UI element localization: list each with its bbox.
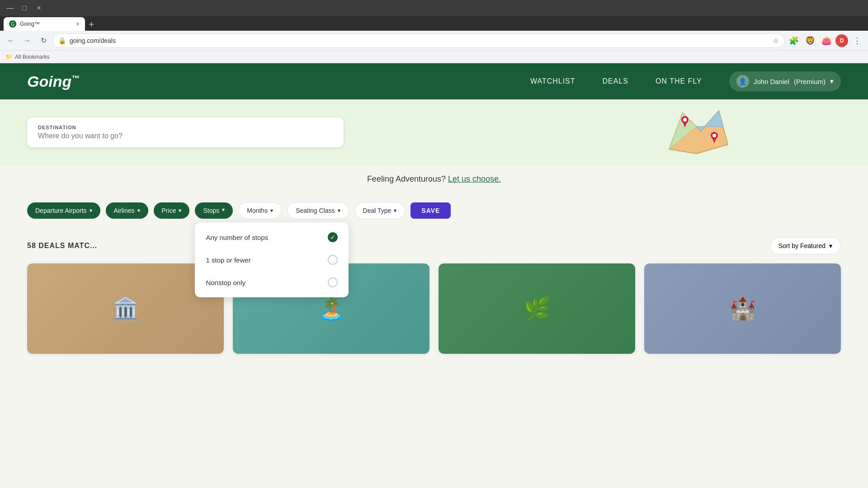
browser-chrome: — □ × G Going™ × + ← → ↻ 🔒 going.com/dea…: [0, 0, 868, 63]
user-plan: (Premium): [794, 78, 826, 85]
deal-type-filter[interactable]: Deal Type ▾: [354, 202, 406, 219]
logo-tm: ™: [71, 74, 80, 83]
site-nav: Going™ WATCHLIST DEALS ON THE FLY 👤 John…: [0, 63, 868, 99]
browser-toolbar: ← → ↻ 🔒 going.com/deals ☆ 🧩 🦁 👛 D ⋮: [0, 31, 868, 51]
deal-card-0[interactable]: 🏛️: [27, 263, 224, 354]
nav-watchlist[interactable]: WATCHLIST: [530, 77, 576, 85]
seating-class-chevron-icon: ▾: [338, 207, 340, 214]
sort-chevron-icon: ▾: [829, 242, 832, 249]
svg-point-5: [683, 118, 687, 122]
months-chevron-icon: ▾: [270, 207, 273, 214]
stops-label: Stops: [203, 207, 219, 214]
close-window-button[interactable]: ×: [33, 2, 45, 14]
stop-option-nonstop-label: Nonstop only: [206, 279, 245, 286]
radio-empty-nonstop-icon: [328, 277, 338, 287]
bookmarks-bar: 📁 All Bookmarks: [0, 51, 868, 63]
map-illustration: [660, 104, 732, 160]
adventurous-text: Feeling Adventurous?: [367, 174, 446, 183]
months-filter[interactable]: Months ▾: [238, 202, 282, 219]
nav-deals[interactable]: DEALS: [603, 77, 628, 85]
deal-type-label: Deal Type: [363, 207, 392, 214]
card-image-2: 🌿: [439, 263, 635, 354]
menu-button[interactable]: ⋮: [850, 33, 864, 48]
stops-chevron-icon: ▴: [222, 207, 225, 214]
brave-shield-icon[interactable]: 🦁: [803, 33, 817, 48]
tab-close-icon[interactable]: ×: [76, 20, 80, 28]
seating-class-filter[interactable]: Seating Class ▾: [287, 202, 349, 219]
toolbar-icons: 🧩 🦁 👛 D ⋮: [787, 33, 864, 48]
stops-filter[interactable]: Stops ▴: [195, 202, 233, 219]
window-controls: — □ ×: [4, 2, 45, 14]
seating-class-label: Seating Class: [296, 207, 335, 214]
sort-label: Sort by Featured: [778, 242, 826, 249]
adventurous-bar: Feeling Adventurous? Let us choose.: [0, 165, 868, 193]
radio-checked-icon: ✓: [328, 232, 338, 242]
filter-bar: Departure Airports ▾ Airlines ▾ Price ▾ …: [0, 193, 868, 228]
airlines-label: Airlines: [114, 207, 135, 214]
let-us-choose-link[interactable]: Let us choose.: [448, 174, 501, 183]
logo-going: Going: [27, 73, 71, 90]
price-filter[interactable]: Price ▾: [154, 202, 190, 219]
new-tab-button[interactable]: +: [85, 18, 98, 31]
price-label: Price: [162, 207, 176, 214]
minimize-button[interactable]: —: [4, 2, 16, 14]
card-image-3: 🏰: [644, 263, 841, 354]
user-name: John Daniel: [754, 78, 789, 85]
deals-header: 58 DEALS MATC... Sort by Featured ▾: [27, 237, 841, 254]
hero-section: DESTINATION: [0, 99, 868, 165]
bookmarks-label[interactable]: All Bookmarks: [15, 54, 50, 60]
tab-title: Going™: [20, 21, 40, 27]
active-tab[interactable]: G Going™ ×: [4, 17, 85, 31]
user-chevron-icon: ▾: [830, 77, 834, 85]
cards-grid: 🏛️ 🏝️ 🌿 🏰: [27, 263, 841, 354]
tab-favicon: G: [9, 20, 16, 28]
airlines-chevron-icon: ▾: [137, 207, 140, 214]
departure-airports-chevron-icon: ▾: [90, 207, 92, 214]
site-logo[interactable]: Going™: [27, 73, 80, 90]
user-menu[interactable]: 👤 John Daniel (Premium) ▾: [729, 71, 841, 91]
content-area: 58 DEALS MATC... Sort by Featured ▾ 🏛️ 🏝…: [0, 228, 868, 363]
deal-card-2[interactable]: 🌿: [439, 263, 635, 354]
user-avatar-icon: 👤: [736, 75, 749, 88]
svg-point-8: [712, 134, 716, 137]
destination-input[interactable]: [38, 132, 333, 140]
deals-count: 58 DEALS MATC...: [27, 242, 97, 250]
bookmarks-folder-icon: 📁: [5, 54, 12, 60]
maximize-button[interactable]: □: [18, 2, 31, 14]
destination-label: DESTINATION: [38, 125, 333, 130]
sort-dropdown[interactable]: Sort by Featured ▾: [770, 237, 841, 254]
deal-type-chevron-icon: ▾: [394, 207, 396, 214]
search-box[interactable]: DESTINATION: [27, 117, 344, 147]
save-button[interactable]: SAVE: [410, 202, 451, 219]
stop-option-one-label: 1 stop or fewer: [206, 256, 250, 264]
stops-popup: Any number of stops ✓ 1 stop or fewer No…: [195, 222, 349, 297]
deal-card-3[interactable]: 🏰: [644, 263, 841, 354]
ssl-lock-icon: 🔒: [58, 37, 66, 44]
url-text: going.com/deals: [70, 37, 769, 44]
stops-dropdown-container: Stops ▴ Any number of stops ✓ 1 stop or …: [195, 202, 233, 219]
bookmark-star-icon[interactable]: ☆: [773, 37, 779, 44]
nav-on-the-fly[interactable]: ON THE FLY: [656, 77, 702, 85]
departure-airports-label: Departure Airports: [35, 207, 87, 214]
stop-option-any[interactable]: Any number of stops ✓: [195, 226, 349, 249]
radio-empty-icon: [328, 255, 338, 265]
wallet-icon[interactable]: 👛: [819, 33, 834, 48]
nav-links: WATCHLIST DEALS ON THE FLY: [530, 77, 702, 85]
site-wrapper: Going™ WATCHLIST DEALS ON THE FLY 👤 John…: [0, 63, 868, 363]
price-chevron-icon: ▾: [179, 207, 181, 214]
months-label: Months: [247, 207, 268, 214]
refresh-button[interactable]: ↻: [36, 33, 51, 48]
forward-button[interactable]: →: [20, 33, 34, 48]
tabs-bar: G Going™ × +: [0, 16, 868, 31]
stop-option-nonstop[interactable]: Nonstop only: [195, 271, 349, 294]
profile-icon[interactable]: D: [835, 34, 848, 47]
card-image-0: 🏛️: [27, 263, 224, 354]
address-bar[interactable]: 🔒 going.com/deals ☆: [52, 33, 785, 48]
stop-option-one[interactable]: 1 stop or fewer: [195, 249, 349, 271]
airlines-filter[interactable]: Airlines ▾: [106, 202, 148, 219]
extensions-button[interactable]: 🧩: [787, 33, 801, 48]
back-button[interactable]: ←: [4, 33, 18, 48]
browser-titlebar: — □ ×: [0, 0, 868, 16]
departure-airports-filter[interactable]: Departure Airports ▾: [27, 202, 100, 219]
stop-option-any-label: Any number of stops: [206, 234, 268, 241]
